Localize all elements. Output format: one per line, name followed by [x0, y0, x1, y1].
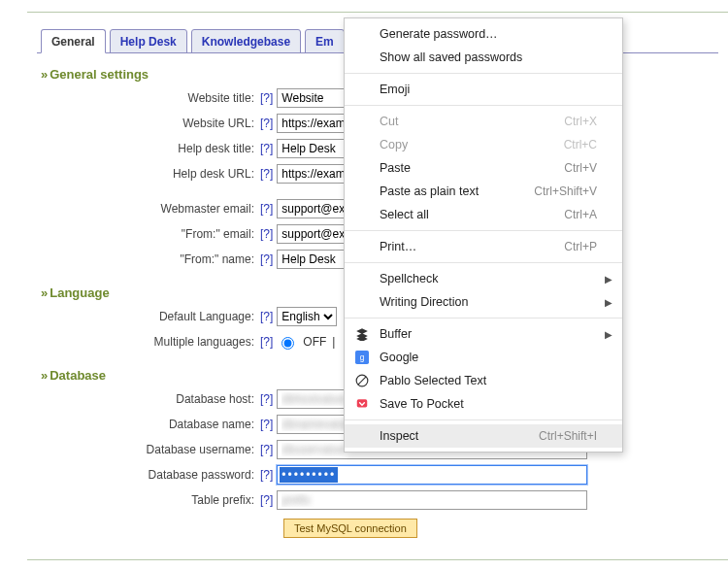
cm-pocket[interactable]: Save To Pocket	[345, 392, 622, 416]
context-menu: Generate password… Show all saved passwo…	[344, 17, 623, 453]
radio-multilang-off[interactable]	[281, 337, 294, 350]
cm-copy: CopyCtrl+C	[345, 133, 622, 156]
input-db-pass[interactable]: •••••••••	[277, 465, 587, 485]
label-website-url: Website URL:	[37, 117, 258, 130]
radio-sep: |	[332, 335, 335, 349]
help-webmaster-email[interactable]: [?]	[260, 202, 273, 216]
pablo-icon	[354, 373, 370, 388]
label-db-name: Database name:	[37, 418, 258, 431]
label-webmaster-email: Webmaster email:	[37, 202, 258, 216]
cm-pablo[interactable]: Pablo Selected Text	[345, 369, 622, 392]
help-helpdesk-url[interactable]: [?]	[260, 167, 273, 181]
cm-paste[interactable]: PasteCtrl+V	[345, 156, 622, 180]
cm-generate-password[interactable]: Generate password…	[345, 22, 622, 46]
help-table-prefix[interactable]: [?]	[260, 493, 273, 507]
help-db-user[interactable]: [?]	[260, 443, 273, 456]
submenu-arrow-icon: ▶	[605, 297, 612, 308]
label-multiple-languages: Multiple languages:	[37, 335, 258, 349]
tab-general[interactable]: General	[41, 29, 106, 53]
label-helpdesk-title: Help desk title:	[37, 142, 258, 155]
label-db-host: Database host:	[37, 392, 258, 406]
chevron-icon: »	[41, 67, 46, 82]
submenu-arrow-icon: ▶	[605, 274, 612, 285]
label-db-user: Database username:	[37, 443, 258, 456]
radio-label-off: OFF	[303, 335, 326, 349]
label-website-title: Website title:	[37, 91, 258, 105]
cm-inspect[interactable]: InspectCtrl+Shift+I	[345, 424, 622, 448]
help-db-name[interactable]: [?]	[260, 418, 273, 431]
submenu-arrow-icon: ▶	[605, 329, 612, 340]
row-db-pass: Database password: [?] •••••••••	[37, 462, 728, 487]
row-table-prefix: Table prefix: [?]	[37, 487, 728, 513]
help-from-email[interactable]: [?]	[260, 227, 273, 241]
password-selected-text: •••••••••	[280, 467, 338, 483]
cm-buffer[interactable]: Buffer▶	[345, 322, 622, 346]
cm-spellcheck[interactable]: Spellcheck▶	[345, 267, 622, 290]
chevron-icon: »	[41, 368, 46, 383]
cm-emoji[interactable]: Emoji	[345, 78, 622, 101]
label-from-email: "From:" email:	[37, 227, 258, 241]
buffer-icon	[354, 326, 370, 342]
test-mysql-button[interactable]: Test MySQL connection	[283, 519, 417, 538]
cm-paste-plain[interactable]: Paste as plain textCtrl+Shift+V	[345, 180, 622, 203]
label-default-language: Default Language:	[37, 310, 258, 323]
label-from-name: "From:" name:	[37, 252, 258, 266]
cm-show-saved-passwords[interactable]: Show all saved passwords	[345, 46, 622, 69]
cm-print[interactable]: Print…Ctrl+P	[345, 235, 622, 258]
pocket-icon	[354, 396, 370, 412]
tab-email[interactable]: Em	[305, 29, 345, 53]
label-db-pass: Database password:	[37, 468, 258, 482]
help-from-name[interactable]: [?]	[260, 252, 273, 266]
input-table-prefix[interactable]	[277, 490, 587, 510]
select-default-language[interactable]: English	[277, 307, 337, 326]
cm-google[interactable]: g Google	[345, 346, 622, 369]
help-website-title[interactable]: [?]	[260, 91, 273, 105]
svg-rect-4	[357, 399, 368, 407]
page-bottom-rule	[27, 559, 728, 560]
svg-text:g: g	[360, 353, 365, 362]
cm-cut: CutCtrl+X	[345, 110, 622, 133]
help-helpdesk-title[interactable]: [?]	[260, 142, 273, 155]
help-multiple-languages[interactable]: [?]	[260, 335, 273, 349]
help-db-host[interactable]: [?]	[260, 392, 273, 406]
tab-help-desk[interactable]: Help Desk	[110, 29, 187, 53]
cm-writing-direction[interactable]: Writing Direction▶	[345, 290, 622, 314]
help-default-language[interactable]: [?]	[260, 310, 273, 323]
label-table-prefix: Table prefix:	[37, 493, 258, 507]
cm-select-all[interactable]: Select allCtrl+A	[345, 203, 622, 226]
tab-knowledgebase[interactable]: Knowledgebase	[191, 29, 301, 53]
label-helpdesk-url: Help desk URL:	[37, 167, 258, 181]
help-website-url[interactable]: [?]	[260, 117, 273, 130]
google-icon: g	[354, 350, 370, 365]
svg-line-3	[358, 377, 366, 385]
chevron-icon: »	[41, 285, 46, 300]
help-db-pass[interactable]: [?]	[260, 468, 273, 482]
